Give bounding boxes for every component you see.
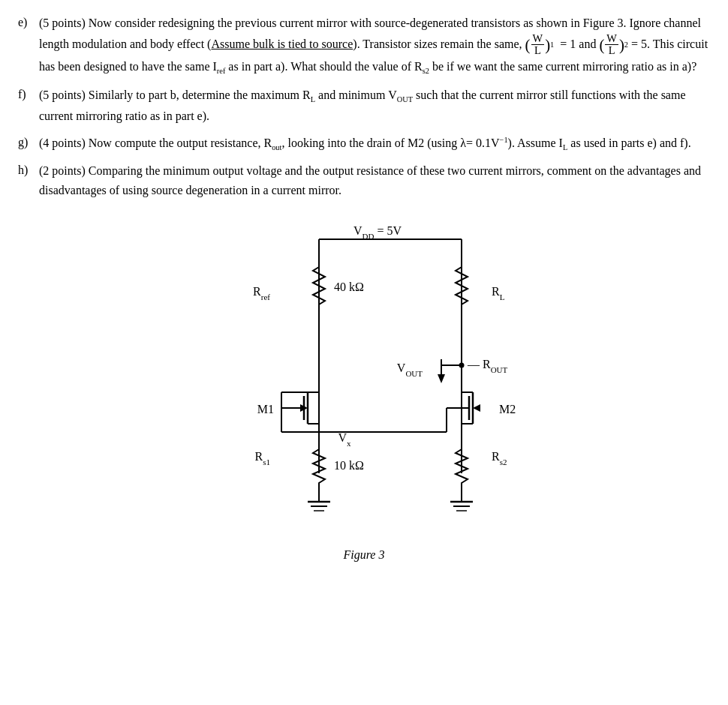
problem-g-label: g) (18, 134, 39, 154)
vout-arrow-head (438, 374, 445, 383)
fraction-wl1: ( W L )1 (525, 33, 555, 58)
circuit-diagram: VDD = 5V Rref 40 kΩ RL VOUT (154, 218, 574, 541)
r40-label: 40 kΩ (334, 280, 364, 293)
main-content: e) (5 points) Now consider redesigning t… (18, 14, 710, 562)
problem-f-text: (5 points) Similarly to part b, determin… (39, 86, 710, 125)
fraction-wl2: ( W L )2 (599, 33, 628, 58)
problem-e-label: e) (18, 14, 39, 78)
figure-3-container: VDD = 5V Rref 40 kΩ RL VOUT (18, 218, 710, 562)
problem-h-text: (2 points) Comparing the minimum output … (39, 161, 710, 200)
problem-f: f) (5 points) Similarly to part b, deter… (18, 86, 710, 125)
rref-resistor (313, 260, 325, 312)
problem-g-text: (4 points) Now compute the output resist… (39, 134, 710, 154)
m2-label: M2 (499, 403, 516, 416)
vout-node-dot (459, 362, 465, 368)
rl-label: RL (492, 285, 505, 302)
rs1-label: Rs1 (255, 450, 270, 466)
problem-f-label: f) (18, 86, 39, 125)
vdd-label: VDD = 5V (353, 224, 402, 241)
vx-label: Vx (338, 431, 351, 448)
problem-g: g) (4 points) Now compute the output res… (18, 134, 710, 154)
assume-bulk-text: Assume bulk is tied to source (211, 38, 353, 50)
problem-e-points: (5 points) (39, 16, 86, 29)
m2-arrow (473, 404, 480, 412)
problem-e: e) (5 points) Now consider redesigning t… (18, 14, 710, 78)
rref-label: Rref (253, 285, 270, 302)
rs2-label: Rs2 (492, 450, 507, 466)
problem-h: h) (2 points) Comparing the minimum outp… (18, 161, 710, 200)
problem-g-points: (4 points) (39, 136, 86, 149)
r10-label: 10 kΩ (334, 459, 364, 472)
problem-h-points: (2 points) (39, 164, 86, 177)
problem-h-label: h) (18, 161, 39, 200)
figure-caption: Figure 3 (344, 548, 385, 562)
problem-f-points: (5 points) (39, 88, 86, 101)
vout-label: VOUT (397, 362, 423, 378)
rout-label: — ROUT (467, 358, 508, 374)
m1-label: M1 (257, 403, 274, 416)
problem-e-text: (5 points) Now consider redesigning the … (39, 14, 710, 78)
rl-resistor (456, 260, 468, 312)
